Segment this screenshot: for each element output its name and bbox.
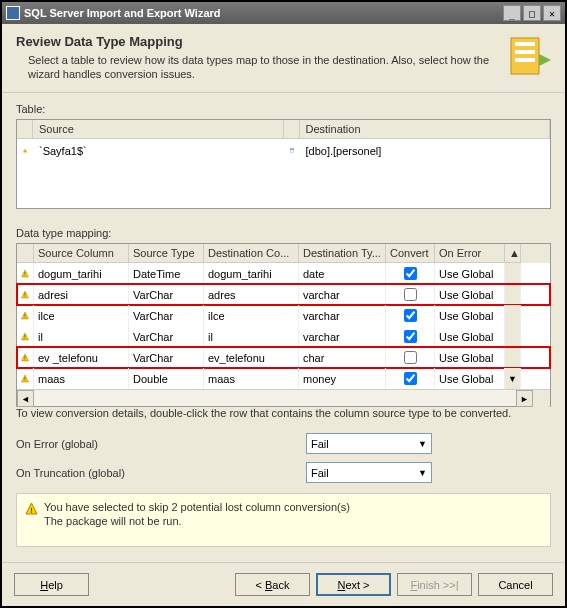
convert-checkbox[interactable] <box>404 351 417 364</box>
convert-checkbox[interactable] <box>404 288 417 301</box>
mapping-header-convert[interactable]: Convert <box>386 244 435 263</box>
convert-checkbox[interactable] <box>404 267 417 280</box>
on-error-cell[interactable]: Use Global <box>435 284 505 305</box>
svg-text:!: ! <box>24 293 25 298</box>
scroll-right-button[interactable]: ► <box>516 390 533 407</box>
warning-icon: ! <box>21 267 29 280</box>
mapping-note: To view conversion details, double-click… <box>16 407 551 419</box>
table-header-icon-col2[interactable] <box>284 120 300 138</box>
source-table-name: `Sayfa1$` <box>33 141 284 160</box>
scroll-track-v[interactable] <box>505 284 521 305</box>
scroll-track-v[interactable] <box>505 326 521 347</box>
mapping-header-icon[interactable] <box>17 244 34 263</box>
close-button[interactable]: ✕ <box>543 5 561 21</box>
mapping-header-on-error[interactable]: On Error <box>435 244 505 263</box>
mapping-header-source-type[interactable]: Source Type <box>129 244 204 263</box>
wizard-icon <box>503 34 551 82</box>
mapping-row[interactable]: !maasDoublemaasmoneyUse Global▼ <box>17 368 550 389</box>
svg-rect-3 <box>515 58 535 62</box>
scroll-up-button[interactable]: ▲ <box>505 244 521 263</box>
on-truncation-global-value: Fail <box>311 467 329 479</box>
source-column: ilce <box>34 305 129 326</box>
warning-icon: ! <box>21 351 29 364</box>
mapping-label: Data type mapping: <box>16 227 551 239</box>
svg-text:!: ! <box>24 335 25 340</box>
on-error-global-label: On Error (global) <box>16 438 306 450</box>
source-type: VarChar <box>129 284 204 305</box>
mapping-header-dest-col[interactable]: Destination Co... <box>204 244 299 263</box>
minimize-button[interactable]: _ <box>503 5 521 21</box>
dest-type: char <box>299 347 386 368</box>
info-line2: The package will not be run. <box>44 514 350 528</box>
back-button[interactable]: < Back <box>235 573 310 596</box>
source-type: VarChar <box>129 347 204 368</box>
source-column: dogum_tarihi <box>34 263 129 284</box>
source-column: il <box>34 326 129 347</box>
dest-type: date <box>299 263 386 284</box>
on-error-cell[interactable]: Use Global <box>435 305 505 326</box>
convert-checkbox[interactable] <box>404 330 417 343</box>
mapping-row[interactable]: !dogum_tarihiDateTimedogum_tarihidateUse… <box>17 263 550 284</box>
on-error-cell[interactable]: Use Global <box>435 368 505 389</box>
chevron-down-icon: ▼ <box>418 439 427 449</box>
scroll-track-v[interactable] <box>505 305 521 326</box>
source-column: maas <box>34 368 129 389</box>
on-error-cell[interactable]: Use Global <box>435 263 505 284</box>
wizard-header: Review Data Type Mapping Select a table … <box>2 24 565 93</box>
warning-icon: ! <box>21 372 29 385</box>
mapping-grid: Source Column Source Type Destination Co… <box>16 243 551 407</box>
svg-text:!: ! <box>24 314 25 319</box>
source-type: VarChar <box>129 305 204 326</box>
dest-table-name: [dbo].[personel] <box>300 141 551 160</box>
scroll-track-h[interactable] <box>34 390 516 406</box>
mapping-header-source-col[interactable]: Source Column <box>34 244 129 263</box>
scroll-track-v[interactable]: ▼ <box>505 368 521 389</box>
titlebar: SQL Server Import and Export Wizard _ □ … <box>2 2 565 24</box>
table-row[interactable]: ! `Sayfa1$` [dbo].[personel] <box>17 139 550 162</box>
app-icon <box>6 6 20 20</box>
on-error-global-value: Fail <box>311 438 329 450</box>
on-error-cell[interactable]: Use Global <box>435 326 505 347</box>
table-header-source[interactable]: Source <box>33 120 284 138</box>
dest-type: varchar <box>299 284 386 305</box>
mapping-row[interactable]: !ilVarCharilvarcharUse Global <box>17 326 550 347</box>
on-error-global-dropdown[interactable]: Fail ▼ <box>306 433 432 454</box>
table-label: Table: <box>16 103 551 115</box>
table-header-destination[interactable]: Destination <box>300 120 551 138</box>
dest-column: adres <box>204 284 299 305</box>
table-header-icon-col[interactable] <box>17 120 33 138</box>
help-button[interactable]: Help <box>14 573 89 596</box>
cancel-button[interactable]: Cancel <box>478 573 553 596</box>
dest-column: ev_telefonu <box>204 347 299 368</box>
dest-type: money <box>299 368 386 389</box>
scroll-corner <box>533 390 550 407</box>
scroll-track-v[interactable] <box>505 263 521 284</box>
page-title: Review Data Type Mapping <box>16 34 495 49</box>
table-icon <box>290 144 294 157</box>
mapping-header-dest-type[interactable]: Destination Ty... <box>299 244 386 263</box>
scroll-track-v[interactable] <box>505 347 521 368</box>
mapping-row[interactable]: !ev _telefonuVarCharev_telefonucharUse G… <box>17 347 550 368</box>
warning-icon: ! <box>21 288 29 301</box>
mapping-row[interactable]: !adresiVarCharadresvarcharUse Global <box>17 284 550 305</box>
source-type: Double <box>129 368 204 389</box>
source-type: DateTime <box>129 263 204 284</box>
info-panel: ! You have selected to skip 2 potential … <box>16 493 551 547</box>
button-bar: Help < Back Next > Finish >>| Cancel <box>2 562 565 606</box>
convert-checkbox[interactable] <box>404 309 417 322</box>
on-error-cell[interactable]: Use Global <box>435 347 505 368</box>
dest-type: varchar <box>299 305 386 326</box>
page-description: Select a table to review how its data ty… <box>16 53 495 82</box>
next-button[interactable]: Next > <box>316 573 391 596</box>
finish-button[interactable]: Finish >>| <box>397 573 472 596</box>
chevron-down-icon: ▼ <box>418 468 427 478</box>
mapping-row[interactable]: !ilceVarCharilcevarcharUse Global <box>17 305 550 326</box>
svg-text:!: ! <box>24 356 25 361</box>
svg-rect-1 <box>515 42 535 46</box>
scroll-left-button[interactable]: ◄ <box>17 390 34 407</box>
svg-text:!: ! <box>24 377 25 382</box>
svg-rect-8 <box>290 149 293 150</box>
maximize-button[interactable]: □ <box>523 5 541 21</box>
on-truncation-global-dropdown[interactable]: Fail ▼ <box>306 462 432 483</box>
convert-checkbox[interactable] <box>404 372 417 385</box>
